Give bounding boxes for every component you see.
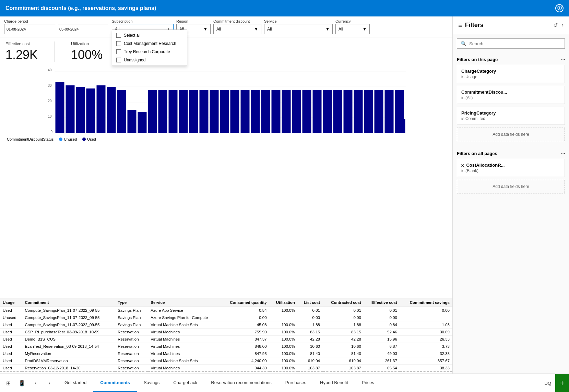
table-row[interactable]: UsedMyReservationReservationVirtual Mach… [0,350,452,357]
table-cell: 100.0% [270,321,298,329]
tab-commitments[interactable]: Commitments [93,374,137,392]
currency-select[interactable]: All ▼ [335,24,370,34]
tab-prices[interactable]: Prices [355,374,381,392]
table-cell: 45.08 [221,321,270,329]
pricing-category-filter-card[interactable]: PricingCategory is Committed [457,107,565,125]
cost-allocation-filter-card[interactable]: x_CostAllocationR... is (Blank) [457,159,565,177]
table-cell: 4,240.00 [221,357,270,365]
dropdown-item-unassigned[interactable]: Unassigned [112,56,187,64]
cost-mgmt-label: Cost Management Research [124,41,176,46]
info-button[interactable]: ⓘ [555,4,564,12]
trey-label: Trey Research Corporate [124,49,170,54]
table-cell: 1.88 [323,321,364,329]
table-cell: 83.15 [323,329,364,336]
more-options-icon-2[interactable]: ··· [561,151,565,156]
tab-purchases[interactable]: Purchases [278,374,313,392]
dropdown-select-all[interactable]: Select all [112,31,187,39]
table-row[interactable]: UsedDemo_B1S_CUSReservationVirtual Machi… [0,336,452,343]
search-box[interactable]: 🔍 [457,38,565,49]
dropdown-item-cost-mgmt[interactable]: Cost Management Research [112,39,187,48]
table-cell: Used [0,336,22,343]
tab-chargeback[interactable]: Chargeback [166,374,204,392]
table-cell: 10.60 [323,343,364,350]
table-cell: Savings Plan [115,321,148,329]
currency-label: Currency [335,19,370,23]
table-cell: Used [0,329,22,336]
unassigned-label: Unassigned [124,58,145,62]
add-fields-button-2[interactable]: Add data fields here [457,180,565,193]
svg-rect-35 [313,90,322,133]
svg-rect-28 [241,90,250,133]
svg-rect-44 [396,119,405,133]
table-cell: 100.0% [270,350,298,357]
tab-arrow-left[interactable]: ‹ [30,378,41,389]
tab-arrow-right[interactable]: › [44,378,55,389]
main-layout: Charge period Subscription All ▲ Select … [0,16,569,373]
table-cell: 100.0% [270,307,298,314]
kpi-area: Effective cost 1.29K Utilization 100% Co… [0,37,452,66]
col-contracted: Contracted cost [323,298,364,307]
table-cell: 848.00 [221,343,270,350]
legend-used: Used [82,137,96,141]
cost-allocation-filter-sub: is (Blank) [461,168,560,173]
table-cell [400,314,452,321]
table-row[interactable]: UsedCSP_RI_purchaseTest_03-09-2018_10-59… [0,329,452,336]
unassigned-checkbox[interactable] [116,58,121,62]
add-fields-button-1[interactable]: Add data fields here [457,128,565,141]
table-row[interactable]: UsedCompute_SavingsPlan_11-07-2022_09-55… [0,307,452,314]
close-panel-icon[interactable]: › [562,22,564,28]
table-row[interactable]: UsedReservation_03-12-2018_14-20Reservat… [0,365,452,372]
tab-prev-icon[interactable]: ⊞ [3,378,14,389]
tab-dq[interactable]: DQ [541,374,556,392]
table-row[interactable]: UsedCompute_SavingsPlan_11-07-2022_09-55… [0,321,452,329]
table-cell: 26.33 [400,336,452,343]
svg-text:0: 0 [51,130,53,134]
table-cell: 0.01 [364,307,400,314]
right-panel-title: ≡ Filters [458,21,484,29]
table-cell: 1.03 [400,321,452,329]
table-cell: Azure App Service [148,307,221,314]
table-cell: Used [0,307,22,314]
commitment-discount-filter-card[interactable]: CommitmentDiscou... is (All) [457,86,565,104]
table-cell: 52.46 [364,329,400,336]
table-cell: 81.40 [298,350,323,357]
table-cell: 103.87 [323,365,364,372]
tab-reservation-recommendations[interactable]: Reservation recommendations [204,374,278,392]
tab-savings[interactable]: Savings [137,374,166,392]
select-all-checkbox[interactable] [116,33,121,38]
charge-category-filter-card[interactable]: ChargeCategory is Usage [457,65,565,83]
svg-rect-18 [138,112,147,133]
data-table-area: Usage Commitment Type Service Consumed q… [0,298,452,373]
refresh-icon[interactable]: ↺ [553,22,558,28]
dropdown-item-trey[interactable]: Trey Research Corporate [112,48,187,56]
commitment-discount-select[interactable]: All ▼ [213,24,261,34]
table-row[interactable]: UnusedCompute_SavingsPlan_11-07-2022_09-… [0,314,452,321]
service-group: Service All ▼ [264,19,333,34]
tab-get-started[interactable]: Get started [58,374,93,392]
table-total-cell: 1,285.01 [364,372,400,373]
table-row[interactable]: UsedProdDS1VMReservationReservationVirtu… [0,357,452,365]
table-cell: 357.67 [400,357,452,365]
region-chevron: ▼ [203,27,208,32]
tab-mobile-icon[interactable]: 📱 [16,378,27,389]
table-cell: Virtual Machines [148,350,221,357]
table-total-cell: 2,297.24 [323,372,364,373]
date-start-input[interactable] [4,24,56,34]
search-input[interactable] [469,41,561,46]
tab-add-button[interactable]: + [555,374,569,392]
cost-mgmt-checkbox[interactable] [116,41,121,46]
more-options-icon[interactable]: ··· [561,57,565,62]
svg-text:10: 10 [48,115,52,118]
table-row[interactable]: UsedEvanTest_Reservation_03-09-2018_14-5… [0,343,452,350]
trey-checkbox[interactable] [116,49,121,54]
table-cell: 100.0% [270,357,298,365]
date-end-input[interactable] [57,24,109,34]
table-cell: CSP_RI_purchaseTest_03-09-2018_10-59 [22,329,115,336]
svg-rect-41 [375,90,383,133]
svg-rect-15 [107,87,116,133]
tab-hybrid-benefit[interactable]: Hybrid Benefit [313,374,355,392]
table-cell: 619.04 [298,357,323,365]
table-cell: 755.90 [221,329,270,336]
service-select[interactable]: All ▼ [264,24,333,34]
table-cell: 100.0% [270,343,298,350]
